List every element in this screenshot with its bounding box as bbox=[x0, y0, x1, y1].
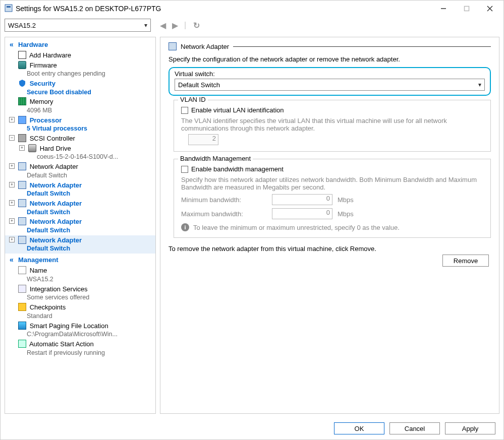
sidebar-item-hard-drive[interactable]: + Hard Drive coeus-15-2-0-164-S100V-d... bbox=[5, 144, 155, 162]
expand-icon[interactable]: + bbox=[9, 117, 15, 122]
ok-button[interactable]: OK bbox=[334, 422, 384, 434]
virtual-switch-combo[interactable]: Default Switch ▾ bbox=[175, 79, 485, 91]
sidebar-item-name[interactable]: Name WSA15.2 bbox=[5, 266, 155, 284]
remove-hint: To remove the network adapter from this … bbox=[169, 245, 491, 253]
panel-description: Specify the configuration of the network… bbox=[169, 55, 491, 63]
header-rule bbox=[233, 46, 491, 47]
hardware-section[interactable]: « Hardware bbox=[5, 38, 155, 50]
network-icon bbox=[18, 236, 26, 244]
max-bandwidth-unit: Mbps bbox=[338, 210, 354, 218]
shield-icon bbox=[18, 79, 26, 87]
virtual-switch-highlight: Virtual switch: Default Switch ▾ bbox=[169, 67, 491, 96]
apply-button[interactable]: Apply bbox=[445, 422, 495, 434]
svg-rect-3 bbox=[465, 7, 469, 11]
hard-drive-icon bbox=[28, 144, 36, 152]
vm-name: WSA15.2 bbox=[8, 22, 36, 29]
management-section[interactable]: « Management bbox=[5, 254, 155, 266]
sidebar-item-scsi[interactable]: − SCSI Controller bbox=[5, 134, 155, 144]
enable-vlan-checkbox[interactable] bbox=[181, 107, 188, 114]
close-button[interactable] bbox=[478, 1, 501, 17]
sidebar-item-network-adapter-0[interactable]: + Network Adapter Default Switch bbox=[5, 162, 155, 180]
max-bandwidth-label: Maximum bandwidth: bbox=[181, 210, 267, 218]
sidebar-item-processor[interactable]: + Processor 5 Virtual processors bbox=[5, 115, 155, 134]
sidebar-item-auto-start[interactable]: Automatic Start Action Restart if previo… bbox=[5, 339, 155, 357]
sidebar-item-network-adapter-2[interactable]: + Network Adapter Default Switch bbox=[5, 199, 155, 217]
firmware-icon bbox=[18, 61, 26, 69]
sidebar[interactable]: « Hardware Add Hardware Firmware Boot en… bbox=[5, 37, 156, 414]
auto-start-icon bbox=[18, 340, 26, 348]
enable-bandwidth-checkbox[interactable] bbox=[181, 166, 188, 173]
cancel-button[interactable]: Cancel bbox=[389, 422, 440, 434]
sidebar-item-network-adapter-3[interactable]: + Network Adapter Default Switch bbox=[5, 217, 155, 235]
sidebar-item-network-adapter-4[interactable]: + Network Adapter Default Switch bbox=[5, 235, 155, 254]
add-hardware-icon bbox=[18, 51, 26, 59]
refresh-button[interactable]: ↻ bbox=[191, 21, 202, 30]
chevron-down-icon: ▾ bbox=[144, 22, 147, 29]
vlan-group: VLAN ID Enable virtual LAN identificatio… bbox=[174, 100, 491, 152]
virtual-switch-value: Default Switch bbox=[178, 81, 220, 89]
name-icon bbox=[18, 266, 26, 274]
enable-vlan-label: Enable virtual LAN identification bbox=[191, 106, 284, 114]
min-bandwidth-label: Minimum bandwidth: bbox=[181, 196, 267, 204]
window-title: Settings for WSA15.2 on DESKTOP-L677PTG bbox=[16, 5, 432, 13]
network-icon bbox=[169, 42, 177, 50]
info-icon: i bbox=[181, 223, 189, 231]
titlebar: Settings for WSA15.2 on DESKTOP-L677PTG bbox=[1, 1, 503, 17]
minimize-button[interactable] bbox=[432, 1, 455, 17]
sidebar-item-network-adapter-1[interactable]: + Network Adapter Default Switch bbox=[5, 180, 155, 199]
expand-icon[interactable]: + bbox=[9, 237, 15, 242]
sidebar-item-smart-paging[interactable]: Smart Paging File Location C:\ProgramDat… bbox=[5, 321, 155, 339]
nav-forward-button[interactable]: ▶ bbox=[170, 21, 180, 30]
main-panel: 23 Network Adapter Specify the configura… bbox=[160, 37, 499, 414]
chevron-down-icon: ▾ bbox=[478, 81, 481, 88]
svg-rect-0 bbox=[5, 5, 12, 12]
panel-header: Network Adapter bbox=[169, 42, 491, 50]
network-icon bbox=[18, 199, 26, 207]
nav-back-button[interactable]: ◀ bbox=[158, 21, 168, 30]
scsi-icon bbox=[18, 134, 26, 142]
sidebar-item-integration-services[interactable]: Integration Services Some services offer… bbox=[5, 284, 155, 302]
enable-bandwidth-label: Enable bandwidth management bbox=[191, 165, 284, 173]
cpu-icon bbox=[18, 116, 26, 124]
vlan-group-title: VLAN ID bbox=[178, 96, 208, 103]
sidebar-item-memory[interactable]: Memory 4096 MB bbox=[5, 97, 155, 115]
toolbar: WSA15.2 ▾ ◀ ▶ | ↻ bbox=[1, 17, 503, 34]
network-icon bbox=[18, 181, 26, 189]
network-icon bbox=[18, 217, 26, 225]
sidebar-item-security[interactable]: Security Secure Boot disabled bbox=[5, 79, 155, 97]
sidebar-item-firmware[interactable]: Firmware Boot entry changes pending bbox=[5, 60, 155, 79]
memory-icon bbox=[18, 97, 26, 105]
app-icon bbox=[5, 4, 13, 14]
settings-window: Settings for WSA15.2 on DESKTOP-L677PTG … bbox=[0, 0, 504, 440]
vlan-hint: The VLAN identifier specifies the virtua… bbox=[181, 117, 483, 132]
expand-icon[interactable]: + bbox=[9, 163, 15, 169]
bandwidth-group-title: Bandwidth Management bbox=[178, 155, 253, 162]
toolbar-separator: | bbox=[182, 21, 188, 30]
min-bandwidth-input[interactable]: 0 bbox=[272, 194, 332, 205]
collapse-icon: « bbox=[8, 40, 15, 48]
collapse-icon[interactable]: − bbox=[9, 135, 15, 141]
paging-icon bbox=[18, 322, 26, 330]
virtual-switch-label: Virtual switch: bbox=[175, 70, 485, 78]
expand-icon[interactable]: + bbox=[9, 218, 15, 224]
bandwidth-group: Bandwidth Management Enable bandwidth ma… bbox=[174, 159, 491, 238]
max-bandwidth-input[interactable]: 0 bbox=[272, 208, 332, 219]
vm-selector[interactable]: WSA15.2 ▾ bbox=[5, 19, 151, 32]
svg-rect-1 bbox=[7, 6, 11, 8]
expand-icon[interactable]: + bbox=[9, 200, 15, 206]
maximize-button[interactable] bbox=[455, 1, 478, 17]
network-icon bbox=[18, 162, 26, 170]
expand-icon[interactable]: + bbox=[9, 182, 15, 187]
checkpoints-icon bbox=[18, 303, 26, 311]
expand-icon[interactable]: + bbox=[19, 145, 25, 151]
remove-button[interactable]: Remove bbox=[442, 255, 489, 267]
bandwidth-hint: Specify how this network adapter utilize… bbox=[181, 176, 483, 191]
sidebar-item-add-hardware[interactable]: Add Hardware bbox=[5, 50, 155, 60]
min-bandwidth-unit: Mbps bbox=[338, 196, 354, 204]
vlan-id-input[interactable]: 2 bbox=[188, 134, 218, 145]
dialog-footer: OK Cancel Apply bbox=[334, 422, 495, 434]
collapse-icon: « bbox=[8, 256, 15, 264]
bandwidth-info: To leave the minimum or maximum unrestri… bbox=[193, 224, 400, 231]
integration-icon bbox=[18, 285, 26, 293]
sidebar-item-checkpoints[interactable]: Checkpoints Standard bbox=[5, 302, 155, 321]
